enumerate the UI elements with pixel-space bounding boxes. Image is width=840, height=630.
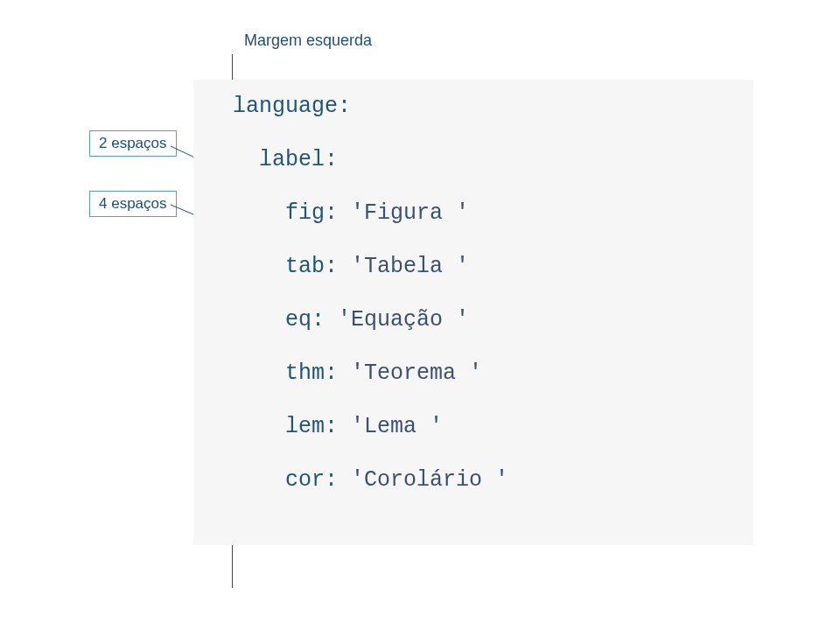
yaml-code-block: language: label: fig: 'Figura ' tab: 'Ta… — [193, 80, 753, 545]
annotation-two-spaces: 2 espaços — [89, 130, 177, 157]
code-line-language: language: — [233, 95, 753, 117]
code-line: cor: 'Corolário ' — [233, 469, 753, 491]
code-line: eq: 'Equação ' — [233, 309, 753, 331]
code-line: lem: 'Lema ' — [233, 416, 753, 438]
margin-left-label: Margem esquerda — [244, 32, 372, 50]
annotation-four-spaces: 4 espaços — [89, 191, 177, 217]
code-line: thm: 'Teorema ' — [233, 362, 753, 384]
code-line: fig: 'Figura ' — [233, 202, 753, 224]
code-line-label: label: — [233, 149, 753, 171]
code-line: tab: 'Tabela ' — [233, 256, 753, 277]
